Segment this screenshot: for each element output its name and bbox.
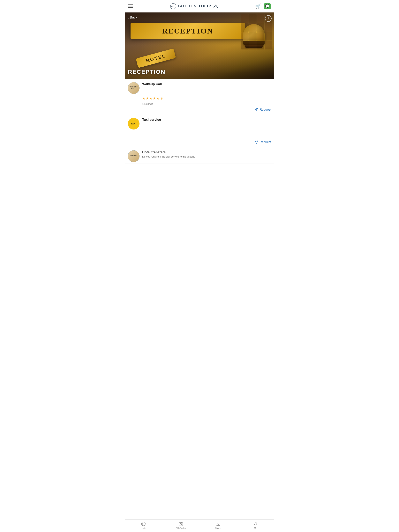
taxi-request-label: Request bbox=[259, 140, 271, 144]
wakeup-thumb: WAKE UPCALL bbox=[128, 82, 140, 94]
star-5: ★ bbox=[156, 96, 159, 101]
service-item-wakeup: WAKE UPCALL Wakeup Call ★ ★ ★ ★ ★ 5 1 Ra… bbox=[125, 79, 274, 114]
wakeup-request-row: Request bbox=[125, 106, 274, 114]
info-button[interactable]: i bbox=[265, 15, 272, 22]
bottom-spacer bbox=[125, 164, 274, 179]
taxi-request-row: Request bbox=[125, 139, 274, 147]
taxi-name: Taxi service bbox=[142, 118, 271, 122]
taxi-thumb-text: TAXI bbox=[131, 122, 136, 125]
transfers-desc: Do you require a transfer service to the… bbox=[142, 155, 271, 158]
transfers-name: Hotel transfers bbox=[142, 150, 271, 154]
service-top-taxi: TAXI Taxi service bbox=[125, 114, 274, 131]
sign-text: RECEPTION bbox=[162, 27, 213, 35]
service-item-transfers: WAKE UPLL Hotel transfers Do you require… bbox=[125, 147, 274, 164]
wakeup-stars: ★ ★ ★ ★ ★ bbox=[142, 96, 159, 101]
logo-text: GOLDEN TULIP bbox=[178, 4, 212, 8]
chat-icon: 💬 bbox=[265, 4, 270, 8]
service-item-taxi: TAXI Taxi service Request bbox=[125, 114, 274, 147]
hero-banner: RECEPTION HOTEL ‹ Back i RECEPTION bbox=[125, 13, 274, 79]
info-icon: i bbox=[268, 17, 269, 20]
wakeup-rating-row: ★ ★ ★ ★ ★ 5 bbox=[125, 95, 274, 102]
back-button[interactable]: ‹ Back bbox=[127, 15, 137, 20]
back-arrow-icon: ‹ bbox=[127, 15, 129, 20]
wakeup-request-label: Request bbox=[259, 108, 271, 111]
tulip-icon bbox=[213, 4, 219, 8]
logo-icon: GT bbox=[170, 3, 176, 9]
star-1: ★ bbox=[142, 96, 145, 101]
wakeup-request-button[interactable]: Request bbox=[254, 108, 271, 111]
logo: GT GOLDEN TULIP bbox=[170, 3, 219, 9]
wakeup-info: Wakeup Call bbox=[142, 82, 271, 87]
cart-icon: 🛒 bbox=[255, 4, 261, 9]
star-2: ★ bbox=[146, 96, 149, 101]
ratings-count-row: 1 Ratings bbox=[125, 102, 274, 106]
taxi-request-button[interactable]: Request bbox=[254, 140, 271, 144]
header-actions: 🛒 💬 bbox=[255, 3, 271, 9]
header: GT GOLDEN TULIP 🛒 💬 bbox=[125, 0, 274, 13]
taxi-thumb[interactable]: TAXI bbox=[128, 118, 140, 129]
star-4: ★ bbox=[153, 96, 156, 101]
transfers-info: Hotel transfers Do you require a transfe… bbox=[142, 150, 271, 158]
cart-button[interactable]: 🛒 bbox=[255, 4, 261, 9]
service-top-wakeup: WAKE UPCALL Wakeup Call bbox=[125, 79, 274, 95]
menu-button[interactable] bbox=[128, 5, 133, 8]
transfers-thumb: WAKE UPLL bbox=[128, 150, 140, 162]
taxi-info: Taxi service bbox=[142, 118, 271, 122]
back-label: Back bbox=[130, 16, 137, 19]
reception-sign: RECEPTION bbox=[130, 23, 245, 39]
svg-text:GT: GT bbox=[171, 5, 175, 7]
taxi-request-icon bbox=[254, 140, 258, 144]
services-list: WAKE UPCALL Wakeup Call ★ ★ ★ ★ ★ 5 1 Ra… bbox=[125, 79, 274, 179]
request-icon bbox=[254, 108, 258, 111]
wakeup-name: Wakeup Call bbox=[142, 82, 271, 86]
wakeup-ratings-label: 1 Ratings bbox=[142, 102, 153, 105]
hero-title: RECEPTION bbox=[128, 69, 165, 75]
chat-button[interactable]: 💬 bbox=[264, 3, 271, 9]
service-top-transfers: WAKE UPLL Hotel transfers Do you require… bbox=[125, 147, 274, 164]
star-3: ★ bbox=[149, 96, 152, 101]
wakeup-star-count: 5 bbox=[161, 97, 162, 100]
